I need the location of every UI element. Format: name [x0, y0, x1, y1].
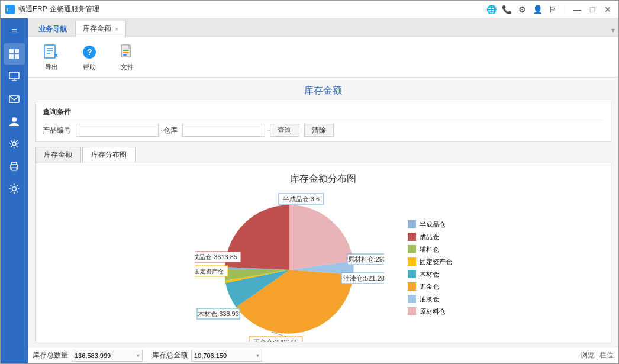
pie-slices	[224, 205, 354, 334]
qty-label: 库存总数量	[33, 350, 68, 360]
warehouse-input[interactable]: ···	[182, 124, 265, 137]
sidebar-item-cog[interactable]	[4, 133, 25, 154]
svg-rect-16	[44, 45, 55, 58]
bottom-links: 浏览 栏位	[581, 350, 614, 360]
warehouse-label: 仓库	[163, 125, 178, 136]
svg-rect-26	[123, 50, 129, 51]
file-button[interactable]: 文件	[113, 40, 141, 74]
page-title: 库存金额	[35, 82, 611, 102]
main-window: E 畅通ERP-企畅通服务管理 🌐 📞 ⚙ 👤 🏳 — □ ✕ ≡	[0, 0, 619, 364]
title-bar-right: 🌐 📞 ⚙ 👤 🏳 — □ ✕	[485, 4, 614, 15]
sidebar-item-monitor[interactable]	[4, 66, 25, 87]
tab-close-icon[interactable]: ×	[115, 25, 118, 33]
clear-button[interactable]: 清除	[304, 124, 334, 137]
svg-rect-2	[9, 49, 14, 53]
bottom-bar: 库存总数量 136,583.999 ▾ 库存总金额 10,706.150 ▾ 浏…	[28, 347, 618, 363]
label-finished: 成品仓:3613.85	[195, 253, 237, 260]
qty-value: 136,583.999 ▾	[72, 350, 143, 362]
query-title: 查询条件	[43, 107, 604, 120]
sidebar-item-dashboard[interactable]	[4, 43, 25, 65]
app-icon: E	[5, 5, 15, 14]
phone-icon[interactable]: 📞	[501, 4, 512, 15]
label-hardware: 五金仓:3306.65	[253, 339, 298, 342]
inner-tabs: 库存金额 库存分布图	[35, 147, 611, 163]
query-section: 查询条件 产品编号 ··· 仓库 ··· 查询 清除	[35, 102, 611, 142]
legend-label-paint: 油漆仓	[420, 295, 439, 304]
pie-wrapper: 半成品仓:3.6 原材料仓:2931.78 油漆仓:521.28	[195, 190, 384, 342]
legend-color-paint	[408, 295, 416, 303]
label-raw: 原材料仓:2931.78	[347, 256, 383, 263]
divider	[565, 5, 565, 14]
title-bar: E 畅通ERP-企畅通服务管理 🌐 📞 ⚙ 👤 🏳 — □ ✕	[1, 1, 618, 18]
title-text: 畅通ERP-企畅通服务管理	[18, 4, 485, 14]
chart-title: 库存金额分布图	[40, 168, 606, 190]
column-link[interactable]: 栏位	[599, 350, 614, 360]
legend-label-semi: 半成品仓	[420, 220, 446, 229]
product-label: 产品编号	[43, 125, 71, 136]
legend-item-hardware: 五金仓	[408, 282, 452, 291]
product-input-field[interactable]	[79, 127, 160, 134]
label-wood: 木材仓:338.93	[198, 310, 239, 317]
svg-rect-28	[123, 54, 127, 56]
label-paint: 油漆仓:521.28	[343, 275, 384, 282]
content-area: 业务导航 库存金额 × ▾	[28, 18, 618, 363]
sidebar: ≡	[1, 18, 28, 363]
legend-item-wood: 木材仓	[408, 270, 452, 279]
user-account-icon[interactable]: 👤	[531, 4, 543, 15]
bottom-qty: 库存总数量 136,583.999 ▾	[33, 350, 143, 362]
gear-icon[interactable]: ⚙	[516, 4, 528, 15]
tab-inventory-amount[interactable]: 库存金额 ×	[75, 21, 126, 37]
svg-point-11	[12, 142, 16, 146]
file-label: 文件	[121, 63, 134, 72]
tab-business-nav[interactable]: 业务导航	[31, 22, 74, 37]
warehouse-input-field[interactable]	[185, 127, 267, 134]
sidebar-item-menu[interactable]: ≡	[4, 21, 25, 42]
legend-color-finished	[408, 233, 416, 241]
legend-item-semi: 半成品仓	[408, 220, 452, 229]
export-button[interactable]: 导出	[37, 40, 66, 74]
query-button[interactable]: 查询	[270, 124, 299, 137]
legend: 半成品仓 成品仓 辅料仓	[408, 220, 452, 316]
pie-chart-svg: 半成品仓:3.6 原材料仓:2931.78 油漆仓:521.28	[195, 190, 384, 342]
toolbar: 导出 ? 帮助	[28, 37, 618, 78]
globe-icon[interactable]: 🌐	[485, 4, 497, 15]
query-row: 产品编号 ··· 仓库 ··· 查询 清除	[43, 124, 604, 137]
sidebar-item-mail[interactable]	[4, 88, 25, 109]
chart-body: 半成品仓:3.6 原材料仓:2931.78 油漆仓:521.28	[40, 190, 606, 342]
svg-text:E: E	[7, 7, 10, 12]
amount-label: 库存总金额	[152, 350, 188, 360]
legend-color-fixed	[408, 257, 416, 266]
legend-label-auxiliary: 辅料仓	[420, 245, 439, 254]
help-label: 帮助	[83, 63, 96, 72]
amount-value: 10,706.150 ▾	[191, 350, 262, 362]
label-fixed: 固定资产仓	[195, 268, 224, 275]
minimize-button[interactable]: —	[571, 4, 583, 15]
flag-icon[interactable]: 🏳	[547, 4, 559, 15]
close-button[interactable]: ✕	[602, 4, 614, 15]
legend-item-auxiliary: 辅料仓	[408, 245, 452, 254]
legend-label-finished: 成品仓	[420, 233, 439, 241]
legend-color-hardware	[408, 282, 416, 291]
sidebar-item-settings[interactable]	[4, 178, 25, 199]
svg-rect-13	[12, 167, 17, 170]
tab-inventory-list[interactable]: 库存金额	[35, 147, 81, 163]
sidebar-item-print[interactable]	[4, 156, 25, 177]
restore-button[interactable]: □	[586, 4, 598, 15]
legend-color-raw	[408, 307, 416, 315]
svg-text:?: ?	[87, 47, 92, 57]
svg-rect-4	[9, 54, 14, 59]
svg-rect-6	[9, 72, 19, 79]
sidebar-item-user[interactable]	[4, 111, 25, 132]
chart-area: 库存金额分布图	[35, 163, 611, 342]
product-input[interactable]: ···	[76, 124, 159, 137]
main-layout: ≡	[1, 18, 618, 363]
tab-inventory-chart[interactable]: 库存分布图	[82, 147, 136, 163]
help-button[interactable]: ? 帮助	[75, 40, 104, 74]
legend-item-finished: 成品仓	[408, 233, 452, 241]
chart-section: 库存金额 库存分布图 库存金额分布图	[35, 147, 611, 342]
legend-label-wood: 木材仓	[420, 270, 439, 279]
svg-rect-5	[15, 54, 19, 59]
svg-point-15	[12, 187, 17, 191]
label-semi: 半成品仓:3.6	[282, 195, 319, 202]
browse-link[interactable]: 浏览	[581, 350, 595, 360]
